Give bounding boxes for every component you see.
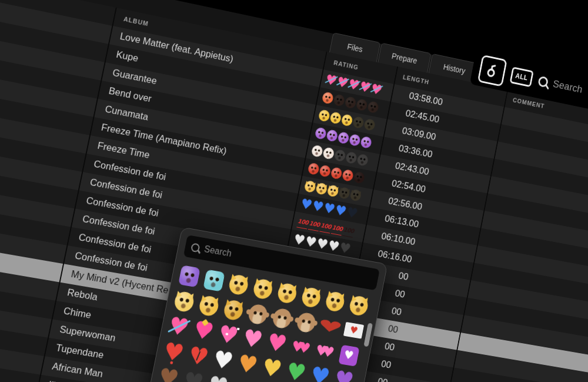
emoji-cell-kiss-mark[interactable]: ♥ <box>318 314 342 338</box>
emoji-love-letter: ♥ <box>343 322 365 338</box>
emoji-purple-devil-face <box>315 127 327 139</box>
emoji-triumph-face <box>329 111 342 124</box>
emoji-triumph-face <box>363 118 376 131</box>
library-search-placeholder: Search <box>552 78 583 95</box>
emoji-cell-hear-no-evil-monkey[interactable] <box>270 306 293 330</box>
emoji-cell-cat-wry-smile[interactable] <box>323 290 346 314</box>
emoji-angry-face <box>344 96 356 109</box>
emoji-cell-crying-cat[interactable] <box>196 294 220 318</box>
emoji-cell-grinning-cat[interactable] <box>226 273 250 297</box>
emoji-cell-heart-decoration[interactable]: ♥ <box>337 344 360 367</box>
emoji-space-invader <box>178 265 201 287</box>
emoji-cell-revolving-hearts[interactable]: ♥♥ <box>289 336 313 360</box>
emoji-cell-white-heart[interactable]: ♥ <box>211 348 235 373</box>
emoji-heart-exclamation: ♥ <box>162 341 185 364</box>
emoji-angry-face <box>356 98 368 111</box>
emoji-red-ogre-face <box>308 162 320 175</box>
library-search[interactable]: Search <box>537 75 583 96</box>
emoji-purple-devil-face <box>337 131 349 144</box>
all-filter-button[interactable]: ALL <box>510 67 534 87</box>
emoji-crying-cat <box>198 294 220 317</box>
emoji-hundred-points: 100 <box>342 224 355 238</box>
emoji-red-ogre-face <box>319 164 331 177</box>
emoji-search-placeholder: Search <box>203 244 233 258</box>
emoji-white-heart: ♥ <box>339 242 351 255</box>
emoji-cell-yellow-heart[interactable]: ♥ <box>260 357 283 381</box>
emoji-grinning-cat-smiling-eyes <box>252 278 273 300</box>
album-cell: Rebola <box>66 287 99 303</box>
album-cell: Kupe <box>115 49 139 65</box>
emoji-cell-black-heart[interactable]: ♥ <box>181 370 205 382</box>
serato-logo-button[interactable] <box>477 55 507 87</box>
emoji-joy-cat <box>327 184 339 197</box>
emoji-blue-heart: ♥ <box>346 207 358 220</box>
tab-history-label: History <box>443 62 466 75</box>
emoji-cell-cat-tears-of-joy[interactable] <box>275 281 299 305</box>
emoji-cell-beating-heart[interactable]: ♥ <box>265 331 289 356</box>
emoji-cell-love-letter[interactable]: ♥ <box>342 318 365 342</box>
emoji-blue-heart: ♥ <box>335 204 347 217</box>
emoji-cell-grey-heart[interactable]: ♥ <box>206 374 230 382</box>
emoji-clown-face <box>345 151 358 164</box>
emoji-angry-face <box>322 91 334 104</box>
emoji-two-hearts: ♥♥ <box>312 340 338 363</box>
emoji-cell-heart-exclamation[interactable]: ♥ <box>162 340 186 364</box>
emoji-cell-purple-heart[interactable]: ♥ <box>332 368 355 382</box>
emoji-cell-two-hearts[interactable]: ♥♥ <box>313 340 337 363</box>
emoji-see-no-evil-monkey <box>247 303 269 325</box>
column-header-album[interactable]: ALBUM <box>123 15 149 27</box>
emoji-cell-space-invader[interactable] <box>177 264 201 288</box>
emoji-clown-face <box>334 149 346 162</box>
emoji-joy-cat <box>304 180 316 193</box>
emoji-cell-weary-cat[interactable] <box>172 289 196 313</box>
app-viewport: Files Prepare History ALL Search <box>0 0 588 382</box>
emoji-cat-wry-smile <box>324 290 345 312</box>
emoji-grey-heart: ♥ <box>207 375 229 382</box>
emoji-kissing-cat <box>348 294 369 316</box>
emoji-cell-see-no-evil-monkey[interactable] <box>246 302 269 326</box>
tab-files-label: Files <box>346 42 363 54</box>
emoji-cell-kissing-cat[interactable] <box>347 294 370 317</box>
emoji-triumph-face <box>318 109 330 122</box>
emoji-purple-devil-face <box>326 129 338 142</box>
emoji-angry-face <box>367 101 379 114</box>
emoji-white-heart: ♥ <box>212 350 234 372</box>
emoji-cell-green-heart[interactable]: ♥ <box>284 361 308 382</box>
emoji-picker-scrollbar-thumb[interactable] <box>363 323 373 347</box>
all-filter-label: ALL <box>515 72 529 82</box>
emoji-cell-speak-no-evil-monkey[interactable] <box>295 310 318 334</box>
emoji-black-heart: ♥ <box>182 371 205 382</box>
emoji-cell-blue-heart[interactable]: ♥ <box>308 364 332 382</box>
emoji-clown-face <box>311 145 323 158</box>
emoji-speak-no-evil-monkey <box>295 311 317 333</box>
emoji-heart-with-arrow: ♥ <box>359 81 372 94</box>
emoji-robot <box>203 269 225 291</box>
emoji-pouting-cat <box>222 298 244 321</box>
emoji-cell-heart-with-arrow[interactable]: ♥ <box>166 315 191 339</box>
emoji-hundred-points: 100 <box>296 215 309 229</box>
emoji-cell-growing-heart[interactable]: ♥ <box>240 327 264 351</box>
emoji-smiling-cat-heart-eyes <box>300 286 322 308</box>
emoji-cell-heart-with-ribbon[interactable]: ♥ <box>192 319 216 343</box>
tab-prepare-label: Prepare <box>391 51 418 65</box>
emoji-cell-pouting-cat[interactable] <box>221 298 245 322</box>
emoji-search-icon <box>191 243 201 253</box>
column-header-rating[interactable]: RATING <box>333 59 359 71</box>
emoji-revolving-hearts: ♥♥ <box>288 336 314 359</box>
emoji-hear-no-evil-monkey <box>271 307 293 330</box>
emoji-purple-heart: ♥ <box>333 370 355 382</box>
emoji-cell-orange-heart[interactable]: ♥ <box>236 353 259 377</box>
emoji-hundred-points: 100 <box>319 220 332 234</box>
emoji-clown-face <box>322 147 335 160</box>
emoji-grinning-cat <box>228 273 249 295</box>
emoji-red-ogre-face <box>342 169 354 182</box>
emoji-cell-robot[interactable] <box>202 268 226 292</box>
emoji-triumph-face <box>352 116 365 129</box>
column-header-length[interactable]: LENGTH <box>402 74 430 85</box>
emoji-cell-broken-heart[interactable]: ♥ <box>186 344 211 368</box>
emoji-blue-heart: ♥ <box>312 200 324 213</box>
emoji-cell-smiling-cat-heart-eyes[interactable] <box>299 285 323 309</box>
emoji-cell-grinning-cat-smiling-eyes[interactable] <box>251 277 275 301</box>
emoji-cell-brown-heart[interactable]: ♥ <box>156 366 181 382</box>
emoji-cell-sparkling-heart[interactable]: ♥ <box>216 323 240 347</box>
